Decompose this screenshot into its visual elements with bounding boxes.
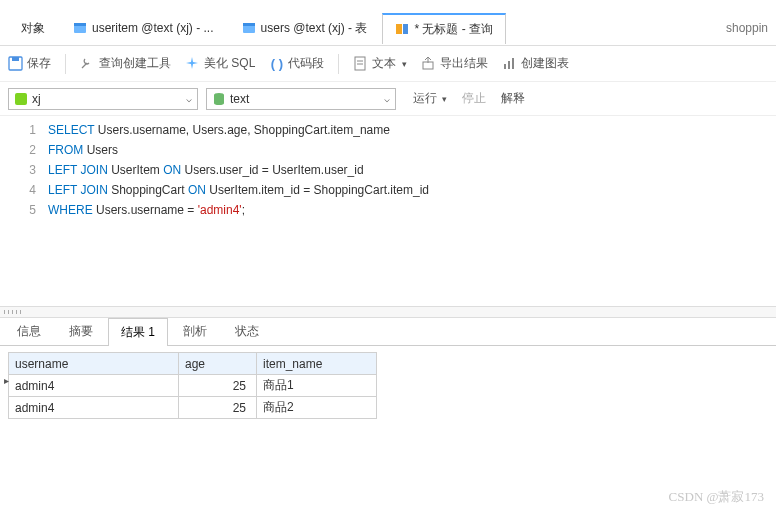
button-label: 停止	[462, 90, 486, 107]
tab-objects[interactable]: 对象	[8, 13, 58, 43]
table-icon	[73, 21, 87, 35]
document-tabs: 对象 useritem @text (xj) - ... users @text…	[0, 10, 776, 46]
tab-info[interactable]: 信息	[4, 317, 54, 345]
explain-button[interactable]: E 解释	[498, 90, 525, 107]
svg-rect-15	[508, 61, 510, 69]
button-label: 运行	[413, 90, 437, 107]
cell[interactable]: 商品1	[257, 375, 377, 397]
watermark: CSDN @萧寂173	[669, 488, 764, 506]
beautify-sql-button[interactable]: 美化 SQL	[185, 55, 255, 72]
button-label: 解释	[501, 90, 525, 107]
tools-icon	[80, 56, 95, 71]
tab-label: * 无标题 - 查询	[414, 21, 493, 38]
button-label: 导出结果	[440, 55, 488, 72]
database-combo[interactable]: text ⌵	[206, 88, 396, 110]
chart-button[interactable]: 创建图表	[502, 55, 569, 72]
table-icon	[242, 21, 256, 35]
toolbar: 保存 查询创建工具 美化 SQL ( ) 代码段 文本 ▾ 导出结果 创建图表	[0, 46, 776, 82]
col-age[interactable]: age	[179, 353, 257, 375]
run-button[interactable]: 运行 ▾	[410, 90, 447, 107]
row-marker-icon: ▸	[4, 375, 9, 386]
col-username[interactable]: username	[9, 353, 179, 375]
button-label: 文本	[372, 55, 396, 72]
query-builder-button[interactable]: 查询创建工具	[80, 55, 171, 72]
combo-value: text	[230, 92, 384, 106]
sparkle-icon	[185, 56, 200, 71]
svg-rect-1	[74, 23, 86, 26]
line-gutter: 12345	[0, 116, 48, 306]
cell[interactable]: admin4	[9, 375, 179, 397]
save-button[interactable]: 保存	[8, 55, 51, 72]
button-label: 创建图表	[521, 55, 569, 72]
cell[interactable]: 25	[179, 397, 257, 419]
button-label: 查询创建工具	[99, 55, 171, 72]
export-icon	[421, 56, 436, 71]
svg-rect-17	[15, 93, 27, 105]
tab-label: 对象	[21, 20, 45, 37]
tab-summary[interactable]: 摘要	[56, 317, 106, 345]
code-area[interactable]: SELECT Users.username, Users.age, Shoppi…	[48, 116, 776, 306]
stop-button[interactable]: 停止	[459, 90, 486, 107]
combo-value: xj	[32, 92, 186, 106]
cell[interactable]: 商品2	[257, 397, 377, 419]
main-menu: .	[0, 0, 776, 10]
export-button[interactable]: 导出结果	[421, 55, 488, 72]
tab-status[interactable]: 状态	[222, 317, 272, 345]
svg-point-20	[214, 101, 224, 105]
chevron-down-icon: ⌵	[384, 93, 390, 104]
chevron-down-icon: ⌵	[186, 93, 192, 104]
svg-rect-16	[512, 58, 514, 69]
connection-combo[interactable]: xj ⌵	[8, 88, 198, 110]
svg-rect-14	[504, 64, 506, 69]
tab-label: useritem @text (xj) - ...	[92, 21, 214, 35]
snippet-button[interactable]: ( ) 代码段	[269, 55, 324, 72]
svg-rect-4	[396, 24, 402, 34]
button-label: 美化 SQL	[204, 55, 255, 72]
connection-icon	[14, 92, 28, 106]
text-button[interactable]: 文本 ▾	[353, 55, 407, 72]
database-icon	[212, 92, 226, 106]
tab-label: shoppin	[726, 21, 768, 35]
svg-rect-13	[423, 62, 433, 69]
tab-users[interactable]: users @text (xj) - 表	[229, 13, 381, 43]
tab-useritem[interactable]: useritem @text (xj) - ...	[60, 14, 227, 41]
header-row: username age item_name	[9, 353, 377, 375]
button-label: 保存	[27, 55, 51, 72]
cell[interactable]: 25	[179, 375, 257, 397]
splitter-handle[interactable]	[0, 306, 776, 318]
connection-row: xj ⌵ text ⌵ 运行 ▾ 停止 E 解释	[0, 82, 776, 116]
table-row[interactable]: admin4 25 商品1	[9, 375, 377, 397]
chart-icon	[502, 56, 517, 71]
chevron-down-icon: ▾	[402, 59, 407, 69]
separator	[65, 54, 66, 74]
doc-icon	[353, 56, 368, 71]
result-tabs: 信息 摘要 结果 1 剖析 状态	[0, 318, 776, 346]
tab-shopping[interactable]: shoppin	[721, 21, 776, 35]
tab-label: users @text (xj) - 表	[261, 20, 368, 37]
tab-result1[interactable]: 结果 1	[108, 318, 168, 346]
query-icon	[395, 22, 409, 36]
table-row[interactable]: admin4 25 商品2	[9, 397, 377, 419]
button-label: 代码段	[288, 55, 324, 72]
result-grid[interactable]: username age item_name admin4 25 商品1 adm…	[0, 346, 776, 425]
tab-profile[interactable]: 剖析	[170, 317, 220, 345]
svg-rect-5	[403, 24, 408, 34]
cell[interactable]: admin4	[9, 397, 179, 419]
separator	[338, 54, 339, 74]
save-icon	[8, 56, 23, 71]
col-itemname[interactable]: item_name	[257, 353, 377, 375]
sql-editor[interactable]: 12345 SELECT Users.username, Users.age, …	[0, 116, 776, 306]
brackets-icon: ( )	[269, 56, 284, 71]
svg-rect-9	[12, 57, 19, 61]
chevron-down-icon: ▾	[442, 94, 447, 104]
tab-query-untitled[interactable]: * 无标题 - 查询	[382, 13, 506, 44]
svg-rect-3	[243, 23, 255, 26]
